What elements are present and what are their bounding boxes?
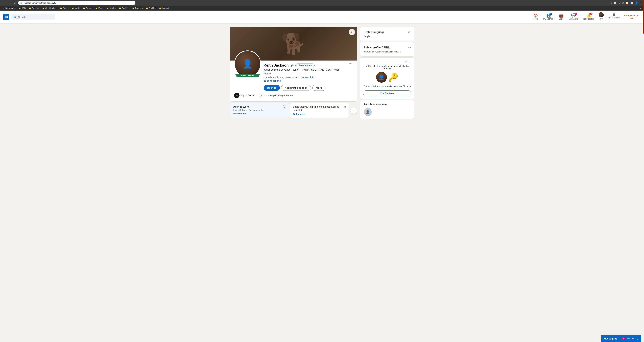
bookmark-movies[interactable]: 📁 Movies (105, 6, 117, 10)
bookmark-doggies[interactable]: 📁 Doggies (131, 6, 144, 10)
nav-item-me[interactable]: Me ⌄ (597, 11, 606, 23)
home-icon: 🏠 (534, 13, 538, 18)
nav-item-forbusiness[interactable]: ⊞ For Business ⌄ (606, 10, 622, 23)
nav-item-messaging-label: Messaging (569, 18, 578, 20)
try-for-free-button[interactable]: Try for Free (363, 90, 411, 96)
messaging-icon: 💬 3 (571, 13, 576, 18)
address-bar[interactable]: 🔒 linkedin.com/in/keithjackson1976/ (18, 1, 136, 5)
open-to-work-card: Open to work Junior Software Developer r… (230, 103, 289, 118)
try-premium-button[interactable]: Try Premium for $0 (622, 13, 641, 21)
add-profile-section-button[interactable]: Add profile section (281, 85, 311, 91)
back-button[interactable]: ← (2, 1, 6, 5)
nav-item-home[interactable]: 🏠 Home (530, 12, 540, 22)
name-row: Keith Jackson 🔊 🛡 Get verified (264, 63, 345, 68)
browser-menu-button[interactable]: ⋮ (640, 1, 642, 4)
bookmarks-more-button[interactable]: » (639, 6, 642, 10)
notifications-icon: 🔔 24 (586, 13, 591, 18)
folder-icon: 📁 (119, 7, 121, 9)
extension-button-3[interactable]: ✳ (622, 1, 624, 4)
company-links: JoY Joy of Coding NC Nucamp Coding Bootc… (234, 93, 353, 98)
bookmark-dnd[interactable]: 📁 D&D (17, 6, 27, 10)
open-to-button[interactable]: Open to (264, 85, 280, 91)
bookmark-certifications[interactable]: 📁 Certifications (41, 6, 58, 10)
folder-icon: 📁 (159, 7, 162, 9)
browser-chrome: ← → ↻ 🔒 linkedin.com/in/keithjackson1976… (0, 0, 644, 6)
sidebar: Profile language ✏ English Public profil… (360, 27, 414, 119)
bookmark-email[interactable]: 📁 Email (94, 6, 105, 10)
people-also-viewed-card: People also viewed 👤 (360, 100, 414, 119)
extensions-button[interactable]: 🔲 (630, 1, 634, 4)
search-icon: 🔍 (14, 15, 17, 19)
extension-button-1[interactable]: 🔲 (614, 1, 617, 4)
nav-items: 🏠 Home 👥 5 My Network 💼 Jobs 💬 3 Messagi… (530, 10, 641, 23)
avatar-wrapper: 👤 #OPENTOWORK (234, 50, 261, 77)
share-hiring-text: Share that you're hiring and attract qua… (293, 105, 344, 112)
public-profile-card: Public profile & URL ✏ www.linkedin.com/… (360, 42, 414, 56)
bookmark-cooking[interactable]: 📁 Cooking (144, 6, 158, 10)
cover-photo-edit-button[interactable]: ✏ (349, 29, 355, 35)
company-link-nucamp[interactable]: NC Nucamp Coding Bootcamp (259, 93, 294, 98)
cards-row: Open to work Junior Software Developer r… (230, 103, 357, 118)
public-profile-edit-button[interactable]: ✏ (408, 46, 411, 49)
browser-actions: ☆ 🔲 ⚙ ✳ 📋 🔲 👤 ⋮ (610, 1, 642, 4)
contact-info-link[interactable]: Contact info (301, 76, 314, 79)
more-button[interactable]: More (312, 85, 326, 91)
people-viewed-avatar: 👤 (364, 108, 372, 116)
ad-label: Ad (405, 60, 407, 64)
bookmark-banking[interactable]: 📁 Banking (118, 6, 130, 10)
nav-item-home-label: Home (533, 18, 538, 20)
search-input[interactable] (18, 16, 53, 18)
ad-menu-button[interactable]: ⋯ (409, 60, 411, 64)
profile-language-card: Profile language ✏ English (360, 27, 414, 41)
company-link-joyofcoding[interactable]: JoY Joy of Coding (234, 93, 255, 98)
bookmark-social[interactable]: 📁 Social (58, 6, 70, 10)
share-hiring-card: Share that you're hiring and attract qua… (290, 103, 349, 118)
extension-button-2[interactable]: ⚙ (618, 1, 621, 4)
nav-item-messaging[interactable]: 💬 3 Messaging (566, 12, 581, 22)
nav-item-forbusiness-label: For Business (608, 16, 620, 19)
share-hiring-close-button[interactable]: × (344, 105, 346, 109)
get-verified-button[interactable]: 🛡 Get verified (296, 64, 315, 67)
shield-check-icon: 🛡 (298, 64, 300, 67)
ad-profile-avatar: 👤 (376, 72, 387, 83)
folder-icon: 📁 (72, 7, 74, 9)
nav-item-mynetwork[interactable]: 👥 5 My Network (541, 12, 556, 22)
forbusiness-chevron-icon: ⌄ (613, 19, 615, 21)
avatar-image: 👤 (235, 51, 260, 77)
folder-icon: 📁 (146, 7, 148, 9)
nav-item-jobs[interactable]: 💼 Jobs (557, 12, 566, 22)
bookmark-games[interactable]: 📁 Games (82, 6, 94, 10)
people-viewed-item[interactable]: 👤 (364, 108, 411, 116)
bookmark-music[interactable]: 📁 Music (70, 6, 81, 10)
bookmark-bookmarks[interactable]: ☆ Bookmarks (2, 6, 17, 10)
nav-avatar (599, 12, 604, 17)
open-to-work-edit-button[interactable]: ✏ (283, 105, 286, 109)
bookmark-internet[interactable]: 📁 Internet (158, 6, 170, 10)
profile-button[interactable]: 👤 (635, 1, 638, 4)
folder-icon: 📁 (42, 7, 45, 9)
bookmark-star-icon: ☆ (3, 7, 5, 9)
show-details-link[interactable]: Show details (233, 112, 246, 115)
mynetwork-badge: 5 (550, 13, 552, 15)
extension-button-4[interactable]: 📋 (626, 1, 629, 4)
try-premium-line2: $0 (624, 17, 639, 20)
main-content: 🐕 ✏ 👤 #OPENTOWORK Keith Jackson 🔊 (228, 27, 417, 119)
sound-icon[interactable]: 🔊 (290, 64, 294, 67)
bookmark-devinfo[interactable]: 📁 Dev Info (27, 6, 40, 10)
linkedin-logo[interactable]: in (3, 14, 10, 20)
open-to-work-badge: #OPENTOWORK (236, 74, 260, 77)
forward-button[interactable]: → (7, 1, 12, 5)
profile-edit-button[interactable]: ✏ (348, 60, 353, 67)
bookmark-star-button[interactable]: ☆ (610, 1, 612, 4)
connections-link[interactable]: 25 connections (264, 79, 345, 82)
cards-next-button[interactable]: › (350, 107, 357, 114)
get-started-link[interactable]: Get started (293, 113, 306, 116)
profile-language-edit-button[interactable]: ✏ (408, 30, 411, 34)
refresh-button[interactable]: ↻ (12, 1, 16, 5)
folder-icon: 📁 (29, 7, 31, 9)
open-to-work-subtitle: Junior Software Developer roles (233, 109, 264, 111)
open-to-work-content: Open to work Junior Software Developer r… (233, 105, 264, 115)
profile-main-info: Keith Jackson 🔊 🛡 Get verified Junior So… (264, 60, 345, 91)
search-box[interactable]: 🔍 (12, 14, 55, 20)
nav-item-notifications[interactable]: 🔔 24 Notifications (581, 12, 597, 22)
